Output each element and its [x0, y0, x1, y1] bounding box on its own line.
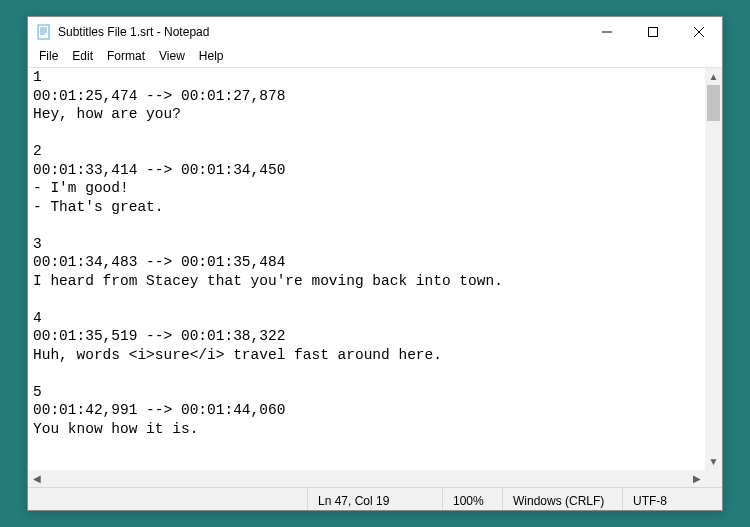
statusbar: Ln 47, Col 19 100% Windows (CRLF) UTF-8 — [28, 487, 722, 510]
maximize-button[interactable] — [630, 17, 676, 47]
scroll-down-icon[interactable]: ▼ — [705, 453, 722, 470]
text-editor[interactable]: 1 00:01:25,474 --> 00:01:27,878 Hey, how… — [28, 68, 705, 470]
status-spacer — [28, 488, 307, 510]
scroll-corner — [705, 470, 722, 487]
menu-view[interactable]: View — [152, 47, 192, 65]
menu-file[interactable]: File — [32, 47, 65, 65]
vertical-scroll-thumb[interactable] — [707, 85, 720, 121]
menu-edit[interactable]: Edit — [65, 47, 100, 65]
horizontal-scrollbar[interactable]: ◀ ▶ — [28, 470, 722, 487]
menu-help[interactable]: Help — [192, 47, 231, 65]
minimize-button[interactable] — [584, 17, 630, 47]
menu-format[interactable]: Format — [100, 47, 152, 65]
menubar: File Edit Format View Help — [28, 47, 722, 67]
scroll-up-icon[interactable]: ▲ — [705, 68, 722, 85]
close-button[interactable] — [676, 17, 722, 47]
notepad-icon — [36, 24, 52, 40]
svg-rect-6 — [649, 28, 658, 37]
window-title: Subtitles File 1.srt - Notepad — [58, 25, 584, 39]
content-area: 1 00:01:25,474 --> 00:01:27,878 Hey, how… — [28, 67, 722, 487]
status-cursor-position: Ln 47, Col 19 — [307, 488, 442, 510]
editor-row: 1 00:01:25,474 --> 00:01:27,878 Hey, how… — [28, 68, 722, 470]
status-line-ending: Windows (CRLF) — [502, 488, 622, 510]
vertical-scrollbar[interactable]: ▲ ▼ — [705, 68, 722, 470]
status-zoom: 100% — [442, 488, 502, 510]
notepad-window: Subtitles File 1.srt - Notepad File Edit… — [27, 16, 723, 511]
status-encoding: UTF-8 — [622, 488, 722, 510]
scroll-right-icon[interactable]: ▶ — [688, 470, 705, 487]
titlebar: Subtitles File 1.srt - Notepad — [28, 17, 722, 47]
scroll-left-icon[interactable]: ◀ — [28, 470, 45, 487]
